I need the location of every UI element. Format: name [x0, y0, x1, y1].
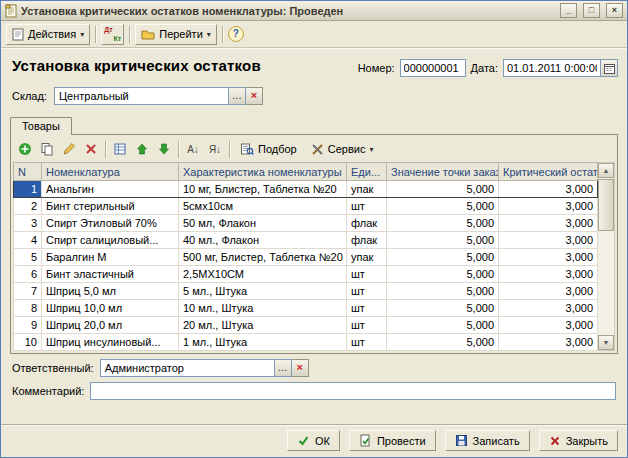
cell-name[interactable]: Спирт Этиловый 70%: [42, 215, 179, 232]
save-button[interactable]: Записать: [445, 430, 530, 451]
cell-unit[interactable]: упак: [347, 249, 387, 266]
col-header-unit[interactable]: Еди...: [347, 163, 387, 181]
cell-crit[interactable]: 3,000: [499, 334, 598, 351]
date-field[interactable]: [503, 59, 600, 77]
cell-point[interactable]: 5,000: [387, 266, 499, 283]
col-header-characteristic[interactable]: Характеристика номенклатуры: [179, 163, 347, 181]
cell-char[interactable]: 20 мл., Штука: [179, 317, 347, 334]
actions-menu-button[interactable]: Действия ▾: [6, 24, 90, 45]
cell-n[interactable]: 2: [14, 198, 42, 215]
goto-menu-button[interactable]: Перейти ▾: [135, 24, 217, 45]
cell-crit[interactable]: 3,000: [499, 249, 598, 266]
scroll-thumb[interactable]: [598, 179, 614, 231]
cell-unit[interactable]: шт: [347, 266, 387, 283]
col-header-nomenclature[interactable]: Номенклатура: [42, 163, 179, 181]
table-row[interactable]: 10Шприц инсулиновый...1 мл., Штукашт5,00…: [14, 334, 598, 351]
cell-point[interactable]: 5,000: [387, 283, 499, 300]
cell-char[interactable]: 10 мг, Блистер, Таблетка №20: [179, 181, 347, 198]
col-header-n[interactable]: N: [14, 163, 42, 181]
table-row[interactable]: 9Шприц 20,0 мл20 мл., Штукашт5,0003,000: [14, 317, 598, 334]
post-button[interactable]: Провести: [349, 430, 436, 451]
close-button[interactable]: ×: [606, 3, 623, 18]
table-row[interactable]: 7Шприц 5,0 мл5 мл., Штукашт5,0003,000: [14, 283, 598, 300]
edit-row-button[interactable]: [59, 139, 79, 159]
cell-char[interactable]: 50 мл, Флакон: [179, 215, 347, 232]
cell-unit[interactable]: шт: [347, 334, 387, 351]
col-header-order-point[interactable]: Значение точки заказа: [387, 163, 499, 181]
cell-name[interactable]: Шприц 20,0 мл: [42, 317, 179, 334]
cell-name[interactable]: Шприц 10,0 мл: [42, 300, 179, 317]
scroll-track[interactable]: [598, 178, 614, 335]
cell-crit[interactable]: 3,000: [499, 181, 598, 198]
warehouse-clear-button[interactable]: ×: [246, 87, 263, 105]
cell-point[interactable]: 5,000: [387, 232, 499, 249]
cell-n[interactable]: 8: [14, 300, 42, 317]
cell-char[interactable]: 5 мл., Штука: [179, 283, 347, 300]
cell-name[interactable]: Баралгин М: [42, 249, 179, 266]
col-header-critical[interactable]: Критический остаток: [499, 163, 598, 181]
responsible-field[interactable]: Администратор ...: [100, 359, 292, 377]
cell-crit[interactable]: 3,000: [499, 232, 598, 249]
cell-char[interactable]: 1 мл., Штука: [179, 334, 347, 351]
cell-unit[interactable]: шт: [347, 198, 387, 215]
warehouse-select-button[interactable]: ...: [228, 88, 245, 104]
cell-point[interactable]: 5,000: [387, 249, 499, 266]
ok-button[interactable]: ОК: [287, 430, 340, 451]
cell-n[interactable]: 4: [14, 232, 42, 249]
table-row[interactable]: 2Бинт стерильный5смх10смшт5,0003,000: [14, 198, 598, 215]
cell-crit[interactable]: 3,000: [499, 198, 598, 215]
cell-point[interactable]: 5,000: [387, 300, 499, 317]
cell-point[interactable]: 5,000: [387, 198, 499, 215]
cell-name[interactable]: Спирт салициловый...: [42, 232, 179, 249]
tab-goods[interactable]: Товары: [10, 117, 72, 135]
cell-unit[interactable]: шт: [347, 283, 387, 300]
comment-field[interactable]: [90, 382, 616, 400]
cell-n[interactable]: 3: [14, 215, 42, 232]
table-row[interactable]: 8Шприц 10,0 мл10 мл., Штукашт5,0003,000: [14, 300, 598, 317]
cell-point[interactable]: 5,000: [387, 317, 499, 334]
podbor-button[interactable]: Подбор: [234, 139, 303, 159]
cell-crit[interactable]: 3,000: [499, 317, 598, 334]
cell-name[interactable]: Бинт стерильный: [42, 198, 179, 215]
cell-unit[interactable]: шт: [347, 300, 387, 317]
warehouse-field[interactable]: Центральный ...: [54, 87, 246, 105]
cell-name[interactable]: Бинт эластичный: [42, 266, 179, 283]
cell-unit[interactable]: упак: [347, 181, 387, 198]
table-row[interactable]: 6Бинт эластичный2,5МХ10СМшт5,0003,000: [14, 266, 598, 283]
table-row[interactable]: 3Спирт Этиловый 70%50 мл, Флаконфлак5,00…: [14, 215, 598, 232]
cell-name[interactable]: Шприц 5,0 мл: [42, 283, 179, 300]
cell-char[interactable]: 2,5МХ10СМ: [179, 266, 347, 283]
close-form-button[interactable]: Закрыть: [539, 430, 618, 451]
cell-crit[interactable]: 3,000: [499, 283, 598, 300]
number-field[interactable]: [400, 59, 466, 77]
cell-n[interactable]: 5: [14, 249, 42, 266]
help-button[interactable]: ?: [228, 26, 244, 42]
sort-desc-button[interactable]: Я↓: [205, 139, 225, 159]
minimize-button[interactable]: _: [560, 3, 577, 18]
scroll-down-button[interactable]: ▼: [598, 335, 614, 350]
table-row[interactable]: 5Баралгин М500 мг, Блистер, Таблетка №20…: [14, 249, 598, 266]
cell-unit[interactable]: флак: [347, 215, 387, 232]
cell-char[interactable]: 40 мл., Флакон: [179, 232, 347, 249]
scroll-up-button[interactable]: ▲: [598, 163, 614, 178]
cell-char[interactable]: 10 мл., Штука: [179, 300, 347, 317]
add-row-button[interactable]: [15, 139, 35, 159]
cell-crit[interactable]: 3,000: [499, 266, 598, 283]
cell-point[interactable]: 5,000: [387, 334, 499, 351]
cell-name[interactable]: Шприц инсулиновый...: [42, 334, 179, 351]
move-down-button[interactable]: [154, 139, 174, 159]
cell-n[interactable]: 6: [14, 266, 42, 283]
service-menu-button[interactable]: Сервис ▾: [305, 139, 380, 159]
cell-unit[interactable]: флак: [347, 232, 387, 249]
maximize-button[interactable]: □: [583, 3, 600, 18]
cell-n[interactable]: 1: [14, 181, 42, 198]
cell-point[interactable]: 5,000: [387, 215, 499, 232]
responsible-select-button[interactable]: ...: [274, 360, 291, 376]
reorder-button[interactable]: [110, 139, 130, 159]
cell-n[interactable]: 10: [14, 334, 42, 351]
cell-crit[interactable]: 3,000: [499, 215, 598, 232]
responsible-clear-button[interactable]: ×: [292, 359, 309, 377]
sort-asc-button[interactable]: А↓: [183, 139, 203, 159]
table-row[interactable]: 4Спирт салициловый...40 мл., Флаконфлак5…: [14, 232, 598, 249]
cell-n[interactable]: 7: [14, 283, 42, 300]
